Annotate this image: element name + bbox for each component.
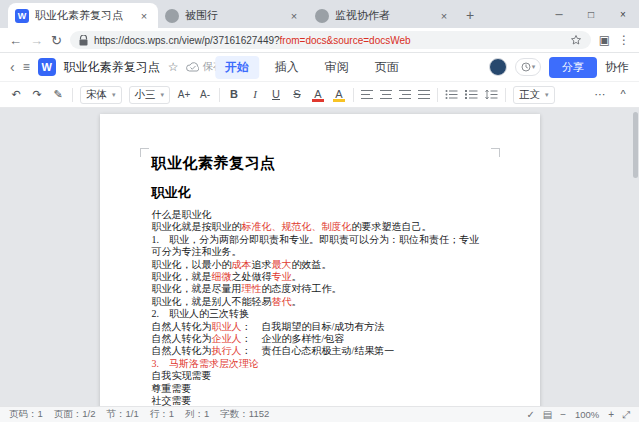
doc-text-red: 细微 (212, 271, 232, 282)
strikethrough-icon[interactable]: S (290, 89, 304, 100)
url-bar[interactable]: https://docs.wps.cn/view/p/37161627449?f… (70, 31, 591, 49)
document-page[interactable]: 职业化素养复习点 职业化 什么是职业化职业化就是按职业的标准化、规范化、制度化的… (100, 114, 540, 406)
highlight-color-icon[interactable]: A (332, 89, 346, 100)
numbered-list-icon[interactable] (465, 89, 478, 100)
margin-mark (491, 148, 500, 157)
tab-insert[interactable]: 插入 (265, 56, 309, 79)
tab-page[interactable]: 页面 (365, 56, 409, 79)
doc-text: 的态度对待工作。 (262, 283, 342, 294)
format-painter-icon[interactable]: ✎ (51, 89, 65, 100)
doc-text: 职业化，就是别人不能轻易 (152, 296, 272, 307)
document-heading[interactable]: 职业化 (152, 184, 488, 202)
doc-line[interactable]: 自然人转化为企业人： 企业的多样性/包容 (152, 333, 488, 345)
chevron-down-icon: ▾ (545, 91, 549, 99)
tab-review[interactable]: 审阅 (315, 56, 359, 79)
zoom-in-button[interactable]: + (608, 409, 614, 420)
wps-favicon-icon: W (15, 9, 29, 23)
align-center-icon[interactable] (380, 90, 392, 99)
chevron-down-icon: ▾ (161, 91, 165, 99)
doc-line[interactable]: 自然人转化为执行人： 责任自心态积极主动/结果第一 (152, 345, 488, 357)
browser-window: W 职业化素养复习点 × 被围行 × 监视协作者 × + ─ □ × ← → ↻… (0, 0, 639, 422)
doc-line[interactable]: 1. 职业，分为两部分即职责和专业。即职责可以分为：职位和责任；专业可分为专注和… (152, 234, 488, 259)
extensions-icon[interactable]: ▣ (599, 33, 610, 47)
doc-text: 什么是职业化 (152, 209, 212, 220)
status-bar: 页码：1 页面：1/2 节：1/1 行：1 列：1 字数：1152 ✓ ▤ − … (0, 406, 639, 422)
doc-line[interactable]: 2. 职业人的三次转换 (152, 308, 488, 320)
share-button[interactable]: 分享 (549, 57, 597, 78)
doc-line[interactable]: 3. 马斯洛需求层次理论 (152, 358, 488, 370)
document-name[interactable]: 职业化素养复习点 (64, 59, 160, 76)
maximize-button[interactable]: □ (575, 0, 607, 28)
document-title[interactable]: 职业化素养复习点 (152, 154, 488, 173)
fit-screen-icon[interactable]: ⤢ (622, 409, 630, 421)
page-view-icon[interactable]: ▤ (543, 409, 552, 420)
more-tools-icon[interactable]: ⋯ (593, 89, 607, 100)
vertical-scrollbar[interactable] (633, 112, 638, 178)
tab-close-icon[interactable]: × (437, 10, 451, 22)
doc-line[interactable]: 职业化，就是别人不能轻易替代。 (152, 296, 488, 308)
doc-line[interactable]: 职业化，以最小的成本追求最大的效益。 (152, 259, 488, 271)
increase-font-icon[interactable]: A+ (177, 90, 191, 100)
back-button[interactable]: ← (9, 34, 22, 47)
zoom-level[interactable]: 100% (574, 409, 600, 420)
doc-line[interactable]: 什么是职业化 (152, 209, 488, 221)
font-size-select[interactable]: 小三▾ (129, 86, 171, 104)
collapse-toolbar-icon[interactable]: ^ (616, 89, 630, 100)
editor-back-icon[interactable]: ‹ (10, 59, 15, 75)
new-tab-button[interactable]: + (458, 3, 482, 27)
minimize-button[interactable]: ─ (543, 0, 575, 28)
redo-icon[interactable]: ↷ (30, 89, 44, 100)
align-justify-icon[interactable] (418, 90, 430, 99)
close-button[interactable]: × (607, 0, 639, 28)
tab-close-icon[interactable]: × (137, 10, 151, 22)
font-name-select[interactable]: 宋体▾ (80, 86, 122, 104)
italic-icon[interactable]: I (248, 89, 262, 100)
undo-icon[interactable]: ↶ (9, 89, 23, 100)
bullet-list-icon[interactable] (445, 89, 458, 100)
status-line: 行：1 (150, 408, 174, 421)
doc-line[interactable]: 自然人转化为职业人： 自我期望的目标/成功有方法 (152, 321, 488, 333)
paragraph-style-select[interactable]: 正文▾ (513, 86, 555, 104)
doc-line[interactable]: 职业化就是按职业的标准化、规范化、制度化的要求塑造自己。 (152, 221, 488, 233)
spellcheck-icon[interactable]: ✓ (526, 409, 534, 420)
bold-icon[interactable]: B (227, 89, 241, 100)
doc-line[interactable]: 社交需要 (152, 395, 488, 406)
tab-close-icon[interactable]: × (287, 10, 301, 22)
doc-text: 1. 职业，分为两部分即职责和专业。即职责可以分为：职位和责任；专业可分为专注和… (152, 234, 480, 257)
align-left-icon[interactable] (361, 90, 373, 99)
document-canvas[interactable]: 职业化素养复习点 职业化 什么是职业化职业化就是按职业的标准化、规范化、制度化的… (0, 108, 639, 406)
zoom-out-button[interactable]: − (560, 409, 566, 420)
favorite-star-icon[interactable]: ☆ (168, 60, 179, 74)
browser-tab-doc[interactable]: W 职业化素养复习点 × (8, 3, 158, 28)
browser-menu-icon[interactable]: ⋮ (618, 33, 630, 47)
doc-line[interactable]: 职业化，就是细微之处做得专业。 (152, 271, 488, 283)
status-column: 列：1 (185, 408, 209, 421)
collaborate-button[interactable]: 协作 (605, 59, 629, 76)
doc-line[interactable]: 尊重需要 (152, 383, 488, 395)
wps-logo[interactable]: W (38, 58, 56, 76)
font-color-icon[interactable]: A (311, 89, 325, 100)
forward-button[interactable]: → (30, 34, 43, 47)
chevron-down-icon: ▾ (532, 63, 536, 71)
toolbar-separator (72, 88, 73, 102)
bookmark-star-icon[interactable] (570, 34, 582, 46)
line-spacing-icon[interactable] (485, 89, 498, 100)
browser-tab-3[interactable]: 监视协作者 × (308, 3, 458, 28)
history-button[interactable]: ▾ (515, 58, 541, 76)
doc-text: 。 (292, 296, 302, 307)
header-right-cluster: ▾ 分享 协作 (489, 57, 629, 78)
underline-icon[interactable]: U (269, 89, 283, 100)
user-avatar[interactable] (489, 58, 507, 76)
decrease-font-icon[interactable]: A- (198, 90, 212, 100)
reload-button[interactable]: ↻ (51, 34, 62, 47)
doc-list-icon[interactable]: ≡ (23, 60, 30, 74)
doc-text-red: 成本 (232, 259, 252, 270)
align-right-icon[interactable] (399, 90, 411, 99)
lock-icon (79, 35, 88, 46)
tab-home[interactable]: 开始 (215, 56, 259, 79)
doc-text: 2. 职业人的三次转换 (152, 308, 250, 319)
doc-line[interactable]: 职业化，就是尽量用理性的态度对待工作。 (152, 283, 488, 295)
browser-tab-2[interactable]: 被围行 × (158, 3, 308, 28)
doc-line[interactable]: 自我实现需要 (152, 370, 488, 382)
doc-text: ： 责任自心态积极主动/结果第一 (242, 345, 395, 356)
